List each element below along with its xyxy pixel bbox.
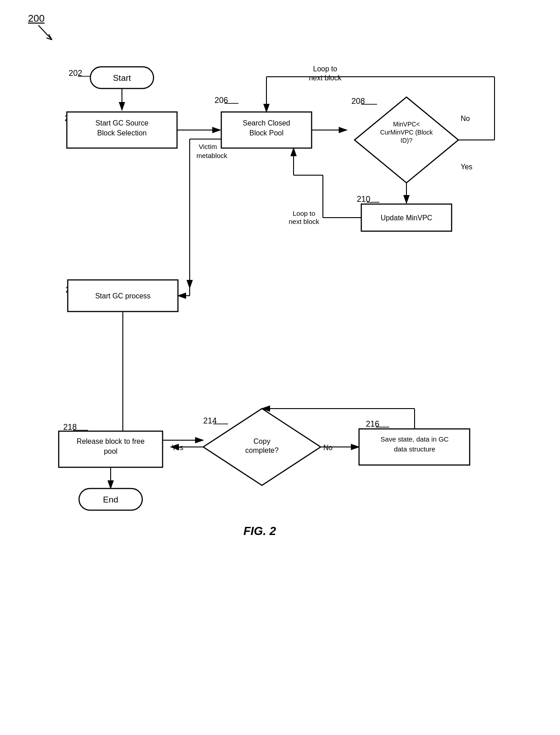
node-204-l1: Start GC Source <box>95 119 148 127</box>
loop-top-l2: next block <box>309 74 342 82</box>
node-210-label: Update MinVPC <box>381 214 433 222</box>
fig-label: FIG. 2 <box>243 524 276 538</box>
node-216-l2: data structure <box>394 445 435 453</box>
loop-bottom-l2: next block <box>289 218 319 225</box>
node-208-l2: CurMinVPC (Block <box>380 129 434 136</box>
node-208-l3: ID)? <box>401 137 413 144</box>
yes-208-label: Yes <box>461 163 472 171</box>
node-208-l1: MinVPC< <box>393 121 420 128</box>
no-214-label: No <box>323 444 333 451</box>
node-206-l2: Block Pool <box>249 129 284 137</box>
node-204-l2: Block Selection <box>97 129 146 137</box>
node-206-l1: Search Closed <box>243 119 290 127</box>
victim-l1: Victim <box>199 143 217 150</box>
node-216-l1: Save state, data in GC <box>381 435 449 443</box>
node-218-l2: pool <box>104 447 117 455</box>
svg-line-16 <box>38 25 52 40</box>
no-208-label: No <box>461 115 470 122</box>
node-214-l1: Copy <box>253 437 270 445</box>
node-212-label: Start GC process <box>95 292 151 300</box>
end-label: End <box>103 495 118 504</box>
node-218-l1: Release block to free <box>77 437 145 445</box>
main-diagram: 200 202 Start 204 Start GC Source Block … <box>0 0 560 735</box>
diagram-number: 200 <box>28 13 45 24</box>
loop-bottom-l1: Loop to <box>293 209 315 217</box>
start-label: Start <box>113 73 131 83</box>
victim-l2: metablock <box>196 152 228 159</box>
yes-214-label: Yes <box>172 444 183 451</box>
loop-top-l1: Loop to <box>313 65 337 73</box>
node-214-l2: complete? <box>245 447 279 454</box>
